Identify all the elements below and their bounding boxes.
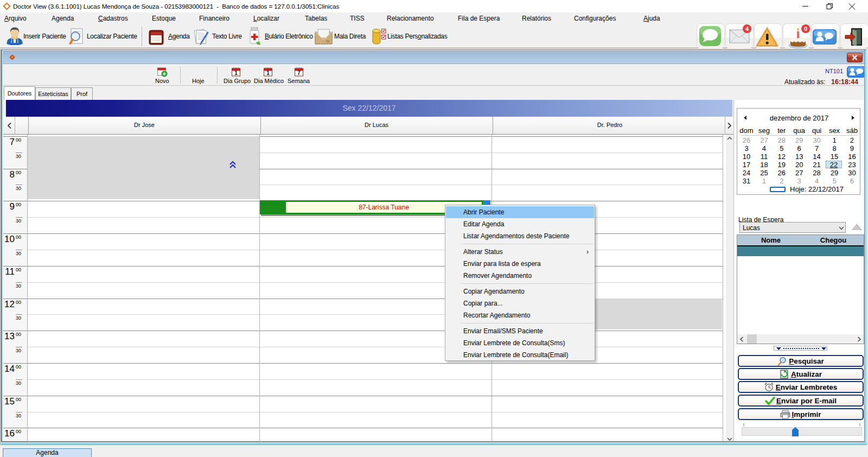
svg-text:1: 1 — [234, 70, 238, 76]
svg-text:1: 1 — [266, 70, 270, 76]
svg-text:7: 7 — [297, 70, 301, 76]
